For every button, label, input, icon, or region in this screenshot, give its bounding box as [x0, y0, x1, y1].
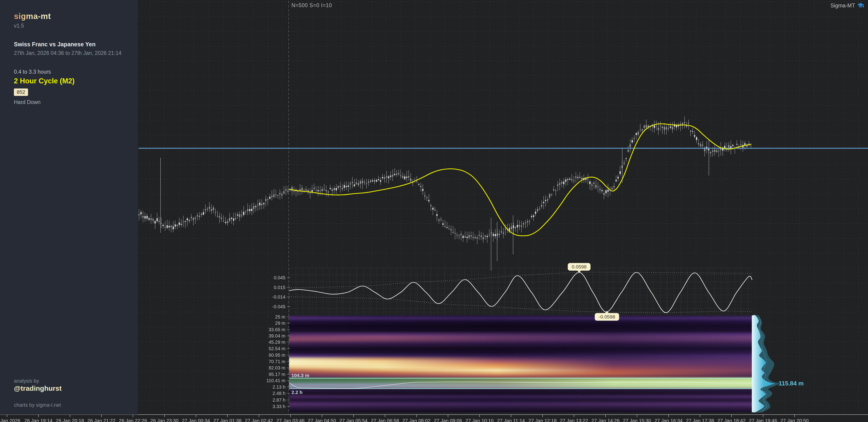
sidebar: sigma-mt v1.5 Swiss Franc vs Japanese Ye… — [0, 0, 138, 415]
cycle-strength-badge: 852 — [14, 89, 28, 96]
brand-watermark: Sigma-MT — [831, 2, 864, 9]
author-handle: @tradinghurst — [14, 385, 125, 392]
instrument-name: Swiss Franc vs Japanese Yen — [14, 41, 131, 48]
app-logo-title: sigma-mt — [14, 11, 51, 21]
cycle-direction-label: Hard Down — [14, 99, 131, 105]
chart-parameters-label: N=500 S=0 I=10 — [291, 2, 332, 8]
analysis-date-range: 27th Jan, 2026 04:36 to 27th Jan, 2026 2… — [14, 50, 131, 56]
sidebar-footer: analysis by @tradinghurst charts by sigm… — [14, 378, 125, 408]
brand-label: Sigma-MT — [831, 3, 855, 9]
sigma-mt-app: sigma-mt v1.5 Swiss Franc vs Japanese Ye… — [0, 0, 868, 422]
graduation-cap-icon — [857, 2, 864, 9]
app-version: v1.5 — [14, 23, 131, 29]
charts-by-label: charts by sigma-l.net — [14, 402, 125, 408]
cycle-band-range: 0.4 to 3.3 hours — [14, 69, 131, 75]
analysis-by-label: analysis by — [14, 378, 125, 384]
cycle-title: 2 Hour Cycle (M2) — [14, 77, 131, 85]
